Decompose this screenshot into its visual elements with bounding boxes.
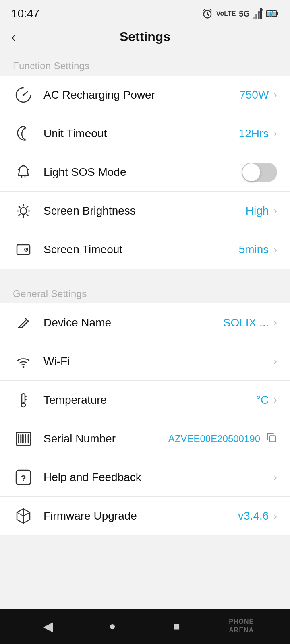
ac-recharging-power-item[interactable]: AC Recharging Power 750W › [0,76,290,114]
screen-brightness-chevron: › [273,204,277,217]
edit-icon [13,312,34,333]
temperature-value: °C [256,394,269,407]
serial-number-item[interactable]: Serial Number AZVEE00E20500190 [0,419,290,458]
svg-rect-11 [277,12,278,15]
svg-rect-6 [255,14,257,19]
firmware-upgrade-chevron: › [273,510,277,522]
wifi-item[interactable]: Wi-Fi › [0,342,290,381]
moon-icon [13,123,34,144]
svg-line-4 [210,10,211,10]
battery-icon [266,8,279,19]
screen-brightness-value: High [246,204,269,217]
help-feedback-chevron: › [273,471,277,483]
brightness-icon [13,200,34,221]
screen-timeout-value: 5mins [239,243,269,256]
svg-rect-39 [22,394,25,403]
status-icons: VoLTE 5G [202,8,279,19]
svg-point-23 [20,208,27,214]
svg-rect-5 [253,17,255,19]
svg-point-38 [23,366,25,368]
volte-icon: VoLTE [216,10,236,17]
unit-timeout-label: Unit Timeout [44,127,239,140]
svg-rect-52 [269,436,276,442]
nav-home-button[interactable]: ● [100,614,124,638]
serial-number-label: Serial Number [44,432,168,445]
firmware-upgrade-item[interactable]: Firmware Upgrade v3.4.6 › [0,497,290,535]
device-name-item[interactable]: Device Name SOLIX ... › [0,303,290,342]
signal-icon [253,8,263,19]
alarm-icon [202,8,213,19]
general-settings-label: General Settings [0,277,290,303]
firmware-upgrade-label: Firmware Upgrade [44,510,238,522]
screen-brightness-item[interactable]: Screen Brightness High › [0,192,290,230]
alarm-light-icon [13,162,34,183]
ac-recharging-power-chevron: › [273,89,277,101]
unit-timeout-item[interactable]: Unit Timeout 12Hrs › [0,114,290,153]
svg-line-57 [23,512,30,516]
toggle-knob [242,163,260,181]
device-name-chevron: › [273,316,277,329]
copy-icon[interactable] [266,432,277,446]
wifi-chevron: › [273,355,277,367]
screen-timeout-item[interactable]: Screen Timeout 5mins › [0,230,290,269]
nav-back-button[interactable]: ◀ [36,614,60,638]
unit-timeout-value: 12Hrs [239,127,269,140]
help-icon: ? [13,467,34,488]
nav-recents-button[interactable]: ■ [165,614,189,638]
screen-brightness-label: Screen Brightness [44,204,246,217]
firmware-upgrade-value: v3.4.6 [238,510,269,522]
svg-rect-7 [258,11,260,19]
5g-icon: 5G [239,9,250,19]
svg-line-2 [207,14,209,15]
svg-rect-8 [260,8,262,19]
brand-label: PHONE ARENA [229,618,254,635]
status-bar: 10:47 VoLTE 5G [0,0,290,24]
help-feedback-label: Help and Feedback [44,471,273,484]
svg-line-21 [18,169,19,170]
nav-bar: ◀ ● ■ PHONE ARENA [0,609,290,644]
temperature-label: Temperature [44,394,256,407]
wifi-label: Wi-Fi [44,355,273,368]
svg-line-36 [26,250,27,250]
page-title: Settings [120,29,170,44]
screen-timeout-icon [13,239,34,260]
screen-timeout-chevron: › [273,244,277,256]
svg-point-17 [23,94,25,96]
header: ‹ Settings [0,24,290,49]
status-time: 10:47 [11,7,39,20]
general-settings-list: Device Name SOLIX ... › Wi-Fi › [0,303,290,535]
ac-recharging-power-label: AC Recharging Power [44,89,239,101]
serial-number-value: AZVEE00E20500190 [168,433,260,444]
device-name-value: SOLIX ... [223,316,269,329]
wifi-icon [13,351,34,372]
ac-recharging-power-value: 750W [239,89,269,101]
function-settings-list: AC Recharging Power 750W › Unit Timeout … [0,76,290,269]
back-button[interactable]: ‹ [11,30,16,43]
unit-timeout-chevron: › [273,127,277,140]
svg-text:?: ? [21,473,26,483]
svg-line-58 [17,512,23,516]
function-settings-label: Function Settings [0,49,290,76]
temperature-item[interactable]: Temperature °C › [0,381,290,419]
cube-icon [13,506,34,526]
help-feedback-item[interactable]: ? Help and Feedback › [0,458,290,497]
screen-timeout-label: Screen Timeout [44,243,239,256]
svg-line-30 [27,206,28,207]
device-name-label: Device Name [44,316,223,329]
gauge-icon [13,85,34,105]
thermometer-icon [13,390,34,411]
light-sos-mode-label: Light SOS Mode [44,166,242,179]
svg-line-22 [28,169,29,170]
svg-line-29 [27,214,28,215]
barcode-icon [13,428,34,449]
light-sos-mode-item[interactable]: Light SOS Mode [0,153,290,192]
svg-line-31 [19,214,20,215]
svg-line-3 [204,10,205,10]
light-sos-toggle[interactable] [242,163,277,182]
svg-line-28 [19,206,20,207]
temperature-chevron: › [273,394,277,406]
